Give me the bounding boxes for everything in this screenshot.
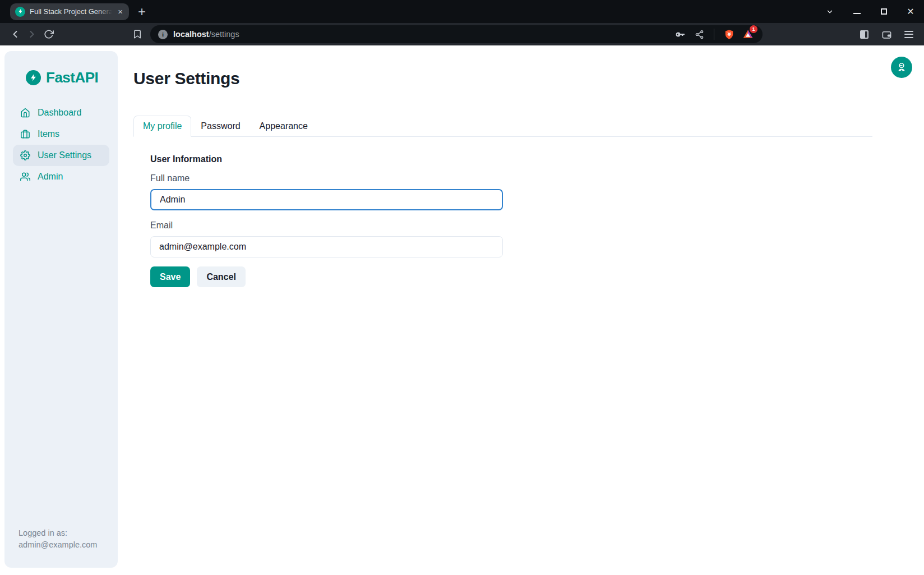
app-page: FastAPI Dashboard Items User Settings Ad… xyxy=(0,45,924,575)
new-tab-button[interactable]: + xyxy=(138,5,146,19)
fastapi-logo: FastAPI xyxy=(26,69,118,86)
tab-appearance[interactable]: Appearance xyxy=(250,116,317,137)
password-key-icon[interactable] xyxy=(673,27,687,41)
fastapi-favicon-bolt-icon xyxy=(15,7,25,17)
site-info-icon[interactable]: i xyxy=(158,30,168,39)
browser-navbar: i localhost/settings 1 xyxy=(0,23,924,45)
settings-tabs: My profile Password Appearance xyxy=(133,116,872,137)
sidebar-item-items[interactable]: Items xyxy=(13,123,109,145)
sidebar-nav: Dashboard Items User Settings Admin xyxy=(4,102,118,187)
share-icon[interactable] xyxy=(692,27,706,41)
fastapi-bolt-icon xyxy=(26,70,41,85)
window-minimize-button[interactable] xyxy=(852,7,861,16)
page-title: User Settings xyxy=(133,69,240,88)
url-path: /settings xyxy=(209,30,239,39)
browser-titlebar: Full Stack Project Generator × + ✕ xyxy=(0,0,924,23)
back-button[interactable] xyxy=(7,26,24,43)
email-label: Email xyxy=(150,220,173,231)
brave-rewards-bat-icon[interactable]: 1 xyxy=(741,27,755,41)
sidebar: FastAPI Dashboard Items User Settings Ad… xyxy=(4,51,118,568)
logged-in-email: admin@example.com xyxy=(19,539,112,551)
sidebar-item-label: User Settings xyxy=(38,150,91,160)
form-actions: Save Cancel xyxy=(150,266,246,287)
logged-in-info: Logged in as: admin@example.com xyxy=(4,527,118,568)
user-astronaut-icon xyxy=(896,62,907,73)
window-close-button[interactable]: ✕ xyxy=(906,7,915,16)
tab-close-icon[interactable]: × xyxy=(117,6,124,17)
logged-in-label: Logged in as: xyxy=(19,527,112,539)
sidebar-item-dashboard[interactable]: Dashboard xyxy=(13,102,109,123)
browser-tab-title: Full Stack Project Generator xyxy=(30,7,112,16)
sidebar-item-label: Admin xyxy=(38,172,63,182)
email-input[interactable] xyxy=(150,236,503,257)
forward-button[interactable] xyxy=(24,26,40,43)
full-name-input[interactable] xyxy=(150,189,503,210)
tab-search-chevron-icon[interactable] xyxy=(825,7,834,16)
full-name-label: Full name xyxy=(150,173,190,183)
briefcase-icon xyxy=(20,129,30,139)
section-title: User Information xyxy=(150,154,222,164)
toolbar-divider xyxy=(714,29,714,40)
url-bar[interactable]: i localhost/settings 1 xyxy=(150,25,763,43)
window-controls: ✕ xyxy=(825,0,915,23)
window-maximize-button[interactable] xyxy=(879,7,888,16)
side-panel-toggle-icon[interactable] xyxy=(856,26,872,43)
user-menu-avatar-button[interactable] xyxy=(891,57,912,78)
fastapi-logo-text: FastAPI xyxy=(46,69,98,86)
tab-my-profile[interactable]: My profile xyxy=(133,116,191,137)
rewards-notification-badge: 1 xyxy=(750,25,757,33)
gear-icon xyxy=(20,150,30,160)
sidebar-item-user-settings[interactable]: User Settings xyxy=(13,145,109,166)
sidebar-item-admin[interactable]: Admin xyxy=(13,166,109,187)
url-host: localhost xyxy=(173,30,209,39)
sidebar-item-label: Items xyxy=(38,129,59,139)
menu-hamburger-icon[interactable] xyxy=(900,26,917,43)
users-icon xyxy=(20,172,30,182)
tab-password[interactable]: Password xyxy=(191,116,250,137)
save-button[interactable]: Save xyxy=(150,266,190,287)
home-icon xyxy=(20,108,30,118)
browser-tab[interactable]: Full Stack Project Generator × xyxy=(10,3,129,20)
sidebar-item-label: Dashboard xyxy=(38,108,81,118)
bookmark-icon[interactable] xyxy=(129,26,146,43)
brave-shield-icon[interactable] xyxy=(722,27,736,41)
cancel-button[interactable]: Cancel xyxy=(197,266,245,287)
reload-button[interactable] xyxy=(40,26,57,43)
url-text: localhost/settings xyxy=(173,30,239,39)
brave-wallet-icon[interactable] xyxy=(878,26,895,43)
